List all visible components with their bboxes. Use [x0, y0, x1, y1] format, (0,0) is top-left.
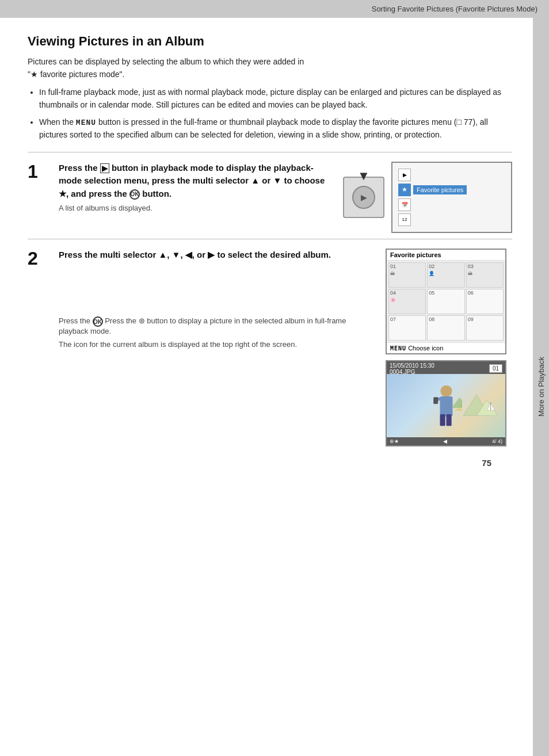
album-cell-03: 03🏔	[466, 262, 504, 288]
screen-label: Favorite pictures	[413, 185, 467, 194]
intro-text1: Pictures can be displayed by selecting t…	[28, 57, 304, 66]
album-cell-01: 01🏔	[388, 262, 426, 288]
album-grid: 01🏔 02👤 03🏔 04🌸 05 06 07 08 09	[387, 261, 505, 342]
step-1-screen: ▶ ★ Favorite pictures 📅	[391, 162, 512, 233]
album-cell-08: 08	[427, 315, 464, 341]
step-1-row: 1 Press the ▶ button in playback mode to…	[28, 152, 512, 233]
step-2-album-screen: Favorite pictures 01🏔 02👤 03🏔 04🌸 05 06 …	[386, 249, 506, 354]
photo-ok-icon: ⊛★	[390, 438, 399, 444]
album-screen-footer: MENU Choose icon	[387, 342, 505, 353]
svg-rect-4	[440, 414, 445, 426]
photo-counter: 4/ 4)	[492, 438, 502, 444]
step-1-images: ▶ ▼ ▶ ★	[343, 162, 512, 233]
step-2-number: 2	[28, 249, 48, 269]
icon-calendar: 📅	[398, 198, 411, 211]
step-2-content: Press the multi selector ▲, ▼, ◀, or ▶ t…	[59, 249, 512, 446]
step-2-instruction: Press the multi selector ▲, ▼, ◀, or ▶ t…	[59, 249, 378, 262]
intro-text2: favorite pictures mode".	[40, 70, 125, 79]
page-header: Sorting Favorite Pictures (Favorite Pict…	[0, 0, 549, 18]
intro-paragraph: Pictures can be displayed by selecting t…	[28, 56, 512, 81]
page-title: Viewing Pictures in an Album	[28, 34, 512, 49]
step-1-number: 1	[28, 162, 48, 182]
album-cell-02: 02👤	[427, 262, 464, 288]
step-2-row: 2 Press the multi selector ▲, ▼, ◀, or ▶…	[28, 239, 512, 446]
page-number-area: 75	[28, 452, 512, 477]
album-cell-09: 09	[466, 315, 504, 341]
page-number: 75	[482, 458, 491, 468]
step-2-text: Press the multi selector ▲, ▼, ◀, or ▶ t…	[59, 249, 378, 353]
menu-label: MENU	[76, 119, 96, 127]
intro-quote: "★ favorite pictures mode".	[28, 70, 124, 79]
svg-rect-3	[433, 398, 437, 404]
photo-date: 15/05/2010 15:30 0004.JPG	[390, 362, 434, 375]
star-symbol: ★	[30, 70, 38, 79]
step-1-content: Press the ▶ button in playback mode to d…	[59, 162, 512, 233]
bullet-1: In full-frame playback mode, just as wit…	[39, 86, 512, 111]
svg-point-0	[440, 385, 452, 397]
album-cell-04: 04🌸	[388, 289, 426, 314]
step-1-instruction: Press the ▶ button in playback mode to d…	[59, 162, 335, 201]
icon-star: ★	[398, 184, 411, 196]
icon-12: 12	[398, 213, 411, 226]
background-landscape	[458, 387, 501, 418]
header-title: Sorting Favorite Pictures (Favorite Pict…	[372, 5, 537, 13]
photo-album-badge: 01	[489, 364, 502, 373]
album-screen-title: Favorite pictures	[387, 250, 505, 261]
photo-bottom-bar: ⊛★ ◀ 4/ 4)	[387, 437, 505, 445]
photo-area	[387, 374, 505, 437]
step-2-images: Favorite pictures 01🏔 02👤 03🏔 04🌸 05 06 …	[386, 249, 512, 446]
step-1-sub: A list of albums is displayed.	[59, 204, 335, 212]
bullet-list: In full-frame playback mode, just as wit…	[39, 86, 512, 141]
main-content: Viewing Pictures in an Album Pictures ca…	[0, 18, 533, 756]
side-tab: More on Playback	[533, 18, 549, 756]
step-1-text: Press the ▶ button in playback mode to d…	[59, 162, 335, 216]
step-2-lower1: Press the OK Press the ⊛ button to displ…	[59, 316, 378, 335]
step-2-lower2: The icon for the current album is displa…	[59, 340, 378, 349]
svg-rect-5	[446, 414, 451, 426]
bullet-2: When the MENU button is pressed in the f…	[39, 116, 512, 142]
icon-play: ▶	[398, 169, 411, 181]
side-tab-text: More on Playback	[537, 357, 546, 417]
album-cell-06: 06	[466, 289, 504, 314]
photo-nav-icons: ◀	[443, 438, 447, 444]
album-cell-07: 07	[388, 315, 426, 341]
album-cell-05: 05	[427, 289, 464, 314]
screen-icons: ▶ ★ Favorite pictures 📅	[396, 166, 508, 228]
step-2-photo-screen: 15/05/2010 15:30 0004.JPG 01	[386, 360, 506, 446]
